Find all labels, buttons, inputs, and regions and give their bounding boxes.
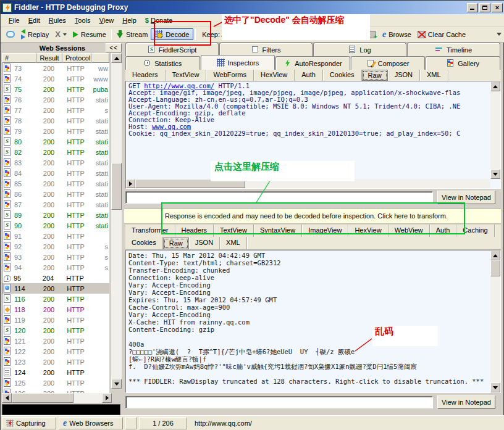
session-row[interactable]: 116200HTTP (2, 294, 109, 304)
request-tab-cookies[interactable]: Cookies (323, 70, 362, 81)
session-row[interactable]: 83200HTTPstati (2, 157, 109, 168)
capturing-indicator[interactable]: Capturing (2, 417, 56, 429)
response-tab-headers[interactable]: Headers (175, 225, 214, 237)
menu-edit[interactable]: Edit (24, 15, 44, 25)
response-search-box[interactable] (125, 396, 433, 408)
response-tab-cookies[interactable]: Cookies (125, 237, 163, 249)
session-row[interactable]: 80200HTTPstati (2, 136, 109, 147)
column-header-Protocol[interactable]: Protocol (62, 53, 91, 63)
session-row[interactable]: 126200HTTP (2, 388, 109, 393)
request-tab-textview[interactable]: TextView (166, 70, 207, 81)
column-header-host[interactable] (91, 53, 109, 63)
stream-button[interactable]: Stream (114, 29, 151, 39)
session-row[interactable]: 92200HTTPs (2, 241, 109, 252)
web-browsers-filter[interactable]: e Web Browsers (59, 417, 123, 429)
session-row[interactable]: 82200HTTPstati (2, 147, 109, 157)
request-tab-auth[interactable]: Auth (295, 70, 323, 81)
session-row[interactable]: 119200HTTP (2, 315, 109, 325)
menu-donate[interactable]: $Donate (141, 15, 177, 25)
quickexec-command-box[interactable] (2, 404, 120, 415)
request-view-in-notepad-button[interactable]: View in Notepad (437, 191, 495, 204)
scroll-down-button[interactable] (490, 382, 500, 392)
scroll-up-button[interactable] (111, 53, 122, 63)
tab-inspectors[interactable]: Inspectors (201, 55, 275, 70)
request-raw-view[interactable]: GET http://www.qq.com/ HTTP/1.1Accept: i… (125, 81, 501, 189)
response-tab-webview[interactable]: WebView (388, 225, 430, 237)
scroll-down-button[interactable] (490, 169, 500, 179)
session-row[interactable]: 73200HTTPww (2, 63, 109, 73)
tab-fiddlerscript[interactable]: FiddlerScript (125, 43, 219, 56)
response-tab-imageview[interactable]: ImageView (302, 225, 348, 237)
tab-statistics[interactable]: Statistics (125, 56, 200, 70)
session-row[interactable]: 114200HTTP (2, 283, 109, 294)
scroll-right-button[interactable] (102, 393, 112, 403)
response-tab-raw[interactable]: Raw (163, 238, 189, 249)
session-row[interactable]: 76200HTTPstati (2, 94, 109, 105)
scroll-up-button[interactable] (490, 81, 500, 91)
sessions-vertical-scrollbar[interactable] (111, 53, 122, 389)
menu-file[interactable]: File (4, 15, 24, 25)
session-row[interactable]: 78200HTTPstati (2, 115, 109, 126)
tab-log[interactable]: Log (313, 43, 406, 56)
session-row[interactable]: 85200HTTPstati (2, 178, 109, 189)
request-tab-webforms[interactable]: WebForms (206, 70, 254, 81)
scroll-left-button[interactable] (2, 393, 12, 403)
response-tab-transformer[interactable]: Transformer (125, 225, 175, 237)
keep-dropdown[interactable]: Keep: A (199, 30, 229, 39)
session-row[interactable]: 79200HTTPstati (2, 126, 109, 136)
comment-button[interactable] (3, 30, 18, 39)
response-tab-syntaxview[interactable]: SyntaxView (254, 225, 302, 237)
response-view-in-notepad-button[interactable]: View in Notepad (437, 395, 495, 409)
minimize-button[interactable] (467, 3, 478, 12)
menu-rules[interactable]: Rules (44, 15, 70, 25)
session-row[interactable]: 89200HTTPstati (2, 210, 109, 220)
session-row[interactable]: 84200HTTPstati (2, 168, 109, 178)
browse-button[interactable]: e Browse (379, 29, 414, 40)
request-tab-xml[interactable]: XML (420, 70, 448, 81)
response-tab-json[interactable]: JSON (189, 237, 220, 249)
session-row[interactable]: 125200HTTP (2, 378, 109, 388)
session-row[interactable]: 120200HTTP (2, 325, 109, 336)
session-row[interactable]: 118200HTTP (2, 304, 109, 315)
request-search-box[interactable] (125, 191, 433, 204)
transform-notice-bar[interactable]: Response is encoded and may need to be d… (124, 208, 501, 224)
collapse-panel-button[interactable]: << (106, 43, 122, 52)
replay-button[interactable]: Replay (18, 28, 52, 41)
menu-tools[interactable]: Tools (70, 15, 95, 25)
scrollbar-thumb[interactable] (135, 179, 245, 188)
tab-filters[interactable]: Filters (219, 43, 313, 56)
session-row[interactable]: 95204HTTP (2, 273, 109, 283)
response-raw-view[interactable]: Date: Thu, 15 Mar 2012 04:42:49 GMTConte… (125, 250, 501, 393)
column-header-Result[interactable]: Result (36, 53, 62, 63)
maximize-button[interactable] (479, 3, 490, 12)
scroll-right-button[interactable] (126, 179, 135, 188)
session-row[interactable]: 93200HTTPs (2, 252, 109, 262)
scrollbar-thumb[interactable] (111, 163, 122, 210)
toolbar-overflow-icon[interactable] (497, 33, 502, 38)
menu-help[interactable]: Help (118, 15, 141, 25)
session-row[interactable]: 94200HTTPs (2, 262, 109, 273)
session-row[interactable]: 91200HTTP (2, 231, 109, 241)
session-row[interactable]: 75200HTTPpuba (2, 84, 109, 94)
session-row[interactable]: 123200HTTP (2, 357, 109, 367)
response-tab-xml[interactable]: XML (220, 237, 247, 249)
resume-button[interactable]: Resume (70, 30, 109, 39)
find-button[interactable] (364, 30, 379, 39)
clear-cache-button[interactable]: Clear Cache (414, 30, 469, 39)
sessions-horizontal-scrollbar[interactable] (2, 393, 112, 403)
response-tab-auth[interactable]: Auth (430, 225, 457, 237)
tab-timeline[interactable]: Timeline (407, 43, 500, 56)
close-button[interactable]: × (492, 3, 503, 12)
session-row[interactable]: 121200HTTP (2, 336, 109, 346)
session-row[interactable]: 124200HTTP (2, 367, 109, 378)
remove-button[interactable]: X (52, 29, 70, 39)
scroll-up-button[interactable] (490, 250, 500, 260)
request-horizontal-scrollbar[interactable] (126, 179, 490, 188)
request-tab-hexview[interactable]: HexView (254, 70, 295, 81)
response-vertical-scrollbar[interactable] (490, 250, 500, 392)
response-tab-caching[interactable]: Caching (456, 225, 494, 237)
session-row[interactable]: 90200HTTPstati (2, 220, 109, 231)
session-row[interactable]: 86200HTTPstati (2, 189, 109, 199)
tab-autoresponder[interactable]: AutoResponder (275, 56, 350, 70)
tab-gallery[interactable]: Gallery (426, 56, 500, 70)
